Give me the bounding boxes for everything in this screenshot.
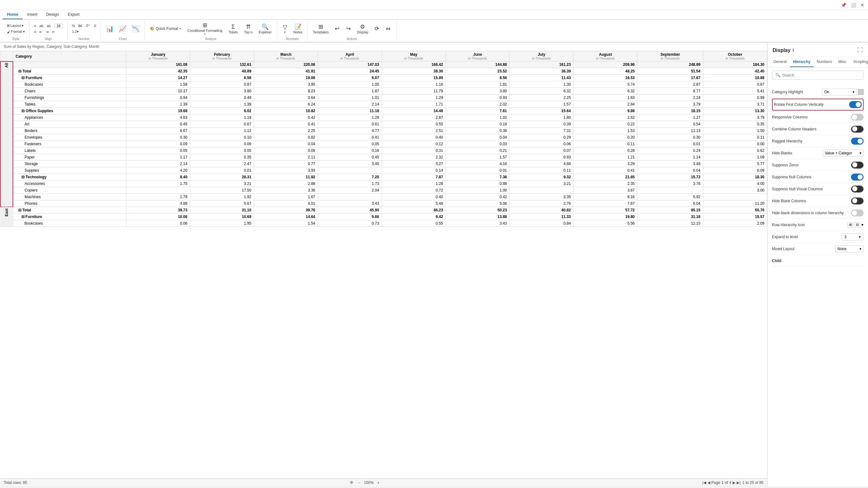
- align-content: ≡ ab ab ≡ ⇤ ⇥ ↵: [33, 21, 64, 36]
- value-cell: 3.00: [703, 187, 767, 194]
- value-cell: 5.27: [382, 161, 446, 167]
- value-cell: 0.41: [318, 134, 382, 141]
- percent-btn[interactable]: %: [71, 23, 76, 28]
- format-button[interactable]: 🖌 Format ▾: [6, 29, 26, 34]
- hide-blank-slider: [851, 198, 863, 204]
- hide-blanks-value: Value + Categor: [825, 151, 852, 155]
- value-cell: 1.09: [703, 154, 767, 161]
- dollar-btn[interactable]: $€: [77, 23, 84, 28]
- hide-blank-columns-label: Hide Blank Columns: [772, 199, 851, 203]
- tab-export[interactable]: Export: [63, 10, 84, 19]
- num-format-btn[interactable]: 1.2▾: [71, 29, 80, 34]
- panel-close-button[interactable]: ⛶: [857, 47, 863, 54]
- display-button[interactable]: ⚙ Display: [355, 22, 370, 35]
- value-cell: 11.13: [638, 128, 703, 134]
- value-cell: 2.47: [190, 161, 254, 167]
- pin-icon[interactable]: 📌: [840, 2, 847, 8]
- table-row: Accessories1.753.212.881.731.280.883.212…: [0, 181, 767, 187]
- value-cell: 9.66: [318, 214, 382, 220]
- responsive-columns-toggle[interactable]: [851, 114, 864, 121]
- chart-line-btn[interactable]: 📈: [117, 24, 128, 33]
- panel-search[interactable]: 🔍: [772, 70, 864, 80]
- wrap-btn[interactable]: ↵: [51, 29, 56, 35]
- value-cell: 6.02: [190, 108, 254, 114]
- expand-to-level-dropdown[interactable]: 3 ▾: [841, 234, 864, 240]
- value-cell: 0.55: [382, 220, 446, 227]
- combine-column-toggle[interactable]: [851, 126, 864, 133]
- may-sub: in Thousands: [384, 57, 443, 60]
- undo-button[interactable]: ↩: [332, 24, 342, 33]
- chart-bar-btn[interactable]: 📉: [130, 24, 142, 33]
- prev-page-btn[interactable]: ◀: [707, 481, 710, 485]
- collapse-icon-box[interactable]: ⊟: [855, 222, 860, 228]
- next-page-btn[interactable]: ▶: [733, 481, 735, 485]
- expand-button[interactable]: ⇔: [383, 24, 393, 33]
- search-input[interactable]: [782, 73, 860, 78]
- hierarchy-icon-arrow[interactable]: ▾: [861, 222, 864, 227]
- color-swatch[interactable]: [858, 89, 864, 95]
- layout-button[interactable]: ⊞ Layout ▾: [6, 23, 26, 28]
- value-cell: 18.30: [703, 174, 767, 181]
- category-highlight-dropdown[interactable]: On ▾: [822, 89, 857, 95]
- minimize-icon[interactable]: ⬜: [849, 2, 857, 8]
- ragged-hierarchy-toggle[interactable]: [851, 138, 864, 145]
- value-cell: 10.88: [703, 75, 767, 81]
- conditional-format-button[interactable]: ⊞ Conditional Formatting ▾: [186, 21, 224, 36]
- mixed-layout-dropdown[interactable]: None ▾: [835, 245, 864, 252]
- align-left-btn[interactable]: ≡: [33, 29, 37, 35]
- close-app-icon[interactable]: ✕: [859, 2, 866, 8]
- rotate-column-toggle[interactable]: [849, 101, 862, 108]
- last-page-btn[interactable]: ▶|: [737, 481, 740, 485]
- filter-button[interactable]: ▽ ▾: [280, 23, 290, 35]
- mar-sub: in Thousands: [257, 57, 315, 60]
- tab-home[interactable]: Home: [2, 10, 23, 19]
- zoom-in-btn[interactable]: +: [376, 480, 380, 485]
- suppress-null-visual-toggle[interactable]: [851, 186, 864, 192]
- tab-hierarchy[interactable]: Hierarchy: [790, 57, 813, 67]
- tab-misc[interactable]: Misc.: [835, 57, 850, 67]
- hide-blank-dims-toggle[interactable]: [851, 210, 864, 216]
- font-size-input[interactable]: [54, 24, 63, 28]
- quick-format-button[interactable]: 🎨 Quick Format ▾: [148, 21, 183, 36]
- hide-blanks-dropdown[interactable]: Value + Categor ▾: [823, 150, 864, 157]
- notes-button[interactable]: 📝 Notes: [292, 22, 305, 35]
- data-table-container[interactable]: Category January in Thousands February i…: [0, 51, 767, 478]
- value-cell: 28.31: [190, 174, 254, 181]
- suppress-null-toggle[interactable]: [851, 174, 864, 181]
- font-ab2-btn[interactable]: ab: [46, 23, 52, 29]
- explorer-button[interactable]: 🔍 Explorer: [257, 21, 274, 36]
- hide-blank-columns-toggle[interactable]: [851, 197, 864, 205]
- settings-icon[interactable]: ⚙: [349, 480, 354, 485]
- zoom-out-btn[interactable]: −: [357, 480, 361, 485]
- first-page-btn[interactable]: |◀: [702, 481, 706, 485]
- suppress-null-visual-slider: [851, 186, 863, 192]
- topn-button[interactable]: ⇈ Top n: [242, 21, 254, 36]
- value-cell: 21.85: [574, 174, 638, 181]
- tab-numbers[interactable]: Numbers: [813, 57, 835, 67]
- align-top-btn[interactable]: ≡: [33, 23, 37, 29]
- indent-btn[interactable]: ⇤: [38, 29, 43, 35]
- responsive-columns-label: Responsive Columns: [772, 115, 851, 119]
- tab-insert[interactable]: Insert: [23, 10, 42, 19]
- table-row: ⊟ Technology8.4028.3111.927.207.877.369.…: [0, 174, 767, 181]
- decimal-up-btn[interactable]: .0⁺: [84, 23, 91, 28]
- tab-design[interactable]: Design: [42, 10, 63, 19]
- outdent-btn[interactable]: ⇥: [44, 29, 50, 35]
- chart-type-btn[interactable]: 📊: [104, 24, 116, 33]
- redo-button[interactable]: ↪: [344, 24, 353, 33]
- tab-scripting[interactable]: Scripting: [850, 57, 868, 67]
- tab-general[interactable]: General: [770, 57, 790, 67]
- value-cell: 4.77: [318, 128, 382, 134]
- suppress-zeros-toggle[interactable]: [851, 162, 864, 169]
- totals-button[interactable]: Σ Totals: [227, 21, 240, 36]
- font-size-btn[interactable]: [53, 23, 64, 29]
- value-cell: 8.23: [254, 88, 318, 94]
- value-cell: 0.14: [382, 167, 446, 174]
- value-cell: [703, 194, 767, 201]
- expand-icon-box[interactable]: ⊞: [847, 222, 853, 228]
- ribbon-group-annotate: ▽ ▾ 📝 Notes Annotate: [277, 21, 308, 41]
- refresh-button[interactable]: ⟳: [372, 24, 382, 33]
- font-ab-btn[interactable]: ab: [38, 23, 44, 29]
- decimal-down-btn[interactable]: .0: [92, 23, 97, 28]
- templates-button[interactable]: ⊞ Templates: [311, 22, 330, 35]
